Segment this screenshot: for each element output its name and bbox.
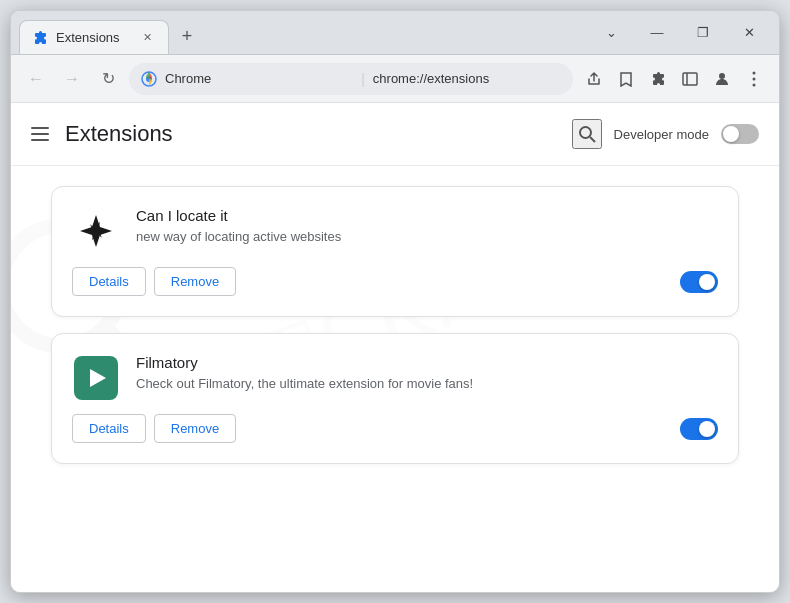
extensions-header: Extensions Developer mode (11, 103, 779, 166)
toolbar-icons (579, 64, 769, 94)
close-button[interactable]: ✕ (727, 17, 771, 49)
extension-desc-2: Check out Filmatory, the ultimate extens… (136, 375, 718, 393)
svg-point-8 (580, 127, 591, 138)
hamburger-line-3 (31, 139, 49, 141)
svg-rect-2 (683, 73, 697, 85)
bird-star-icon (74, 209, 118, 253)
forward-button[interactable]: → (57, 64, 87, 94)
extension-card-bottom-2: Details Remove (72, 414, 718, 443)
share-icon-button[interactable] (579, 64, 609, 94)
remove-button-2[interactable]: Remove (154, 414, 236, 443)
extension-icon-filmatory (72, 354, 120, 402)
sidebar-icon (682, 71, 698, 87)
extension-card-2: Filmatory Check out Filmatory, the ultim… (51, 333, 739, 464)
extension-name-2: Filmatory (136, 354, 718, 371)
extension-card: Can I locate it new way of locating acti… (51, 186, 739, 317)
tab-title: Extensions (56, 30, 130, 45)
details-button-1[interactable]: Details (72, 267, 146, 296)
share-icon (586, 71, 602, 87)
svg-point-6 (753, 77, 756, 80)
filmatory-icon-bg (74, 356, 118, 400)
tab-close-button[interactable]: ✕ (138, 29, 156, 47)
extension-card-top-2: Filmatory Check out Filmatory, the ultim… (72, 354, 718, 402)
more-options-button[interactable] (739, 64, 769, 94)
browser-window: Extensions ✕ + ⌄ — ❐ ✕ ← → ↻ Chrome (10, 10, 780, 593)
details-button-2[interactable]: Details (72, 414, 146, 443)
toggle-thumb (723, 126, 739, 142)
extension-buttons-2: Details Remove (72, 414, 236, 443)
extension-info-1: Can I locate it new way of locating acti… (136, 207, 718, 246)
sidebar-icon-button[interactable] (675, 64, 705, 94)
toggle-thumb-1 (699, 274, 715, 290)
more-options-icon (752, 71, 756, 87)
search-extensions-button[interactable] (572, 119, 602, 149)
chrome-logo-icon (141, 71, 157, 87)
svg-line-9 (590, 137, 595, 142)
title-bar: Extensions ✕ + ⌄ — ❐ ✕ (11, 11, 779, 55)
reload-button[interactable]: ↻ (93, 64, 123, 94)
svg-point-5 (753, 71, 756, 74)
address-divider: | (361, 71, 365, 87)
tab-bar: Extensions ✕ + (19, 11, 201, 54)
toggle-thumb-2 (699, 421, 715, 437)
bookmark-icon (618, 71, 634, 87)
profile-icon-button[interactable] (707, 64, 737, 94)
hamburger-line-1 (31, 127, 49, 129)
play-icon (90, 369, 106, 387)
page-title: Extensions (65, 121, 173, 147)
extension-card-bottom-1: Details Remove (72, 267, 718, 296)
extension-toggle-1[interactable] (680, 271, 718, 293)
extensions-list: Can I locate it new way of locating acti… (11, 166, 779, 484)
bookmark-icon-button[interactable] (611, 64, 641, 94)
extension-info-2: Filmatory Check out Filmatory, the ultim… (136, 354, 718, 393)
hamburger-menu-button[interactable] (27, 123, 53, 145)
tab-favicon (32, 30, 48, 46)
extensions-icon-button[interactable] (643, 64, 673, 94)
hamburger-line-2 (31, 133, 49, 135)
address-bar: ← → ↻ Chrome | chrome://extensions (11, 55, 779, 103)
restore-down-button[interactable]: ⌄ (589, 17, 633, 49)
svg-point-4 (719, 73, 725, 79)
back-button[interactable]: ← (21, 64, 51, 94)
remove-button-1[interactable]: Remove (154, 267, 236, 296)
extension-card-top: Can I locate it new way of locating acti… (72, 207, 718, 255)
active-tab[interactable]: Extensions ✕ (19, 20, 169, 54)
extension-toggle-2[interactable] (680, 418, 718, 440)
header-right-controls: Developer mode (572, 119, 759, 149)
address-bar-input[interactable]: Chrome | chrome://extensions (129, 63, 573, 95)
maximize-button[interactable]: ❐ (681, 17, 725, 49)
extension-buttons-1: Details Remove (72, 267, 236, 296)
extensions-title-area: Extensions (27, 121, 173, 147)
page-content: Extensions Developer mode (11, 103, 779, 592)
minimize-button[interactable]: — (635, 17, 679, 49)
profile-icon (714, 71, 730, 87)
chrome-text: Chrome (165, 71, 353, 86)
developer-mode-label: Developer mode (614, 127, 709, 142)
extension-icon-can-locate (72, 207, 120, 255)
new-tab-button[interactable]: + (173, 22, 201, 50)
developer-mode-toggle[interactable] (721, 124, 759, 144)
extension-name-1: Can I locate it (136, 207, 718, 224)
window-controls: ⌄ — ❐ ✕ (589, 11, 771, 54)
address-url: chrome://extensions (373, 71, 561, 86)
svg-point-7 (753, 83, 756, 86)
extension-desc-1: new way of locating active websites (136, 228, 718, 246)
extensions-puzzle-icon (650, 71, 666, 87)
search-icon (577, 124, 597, 144)
